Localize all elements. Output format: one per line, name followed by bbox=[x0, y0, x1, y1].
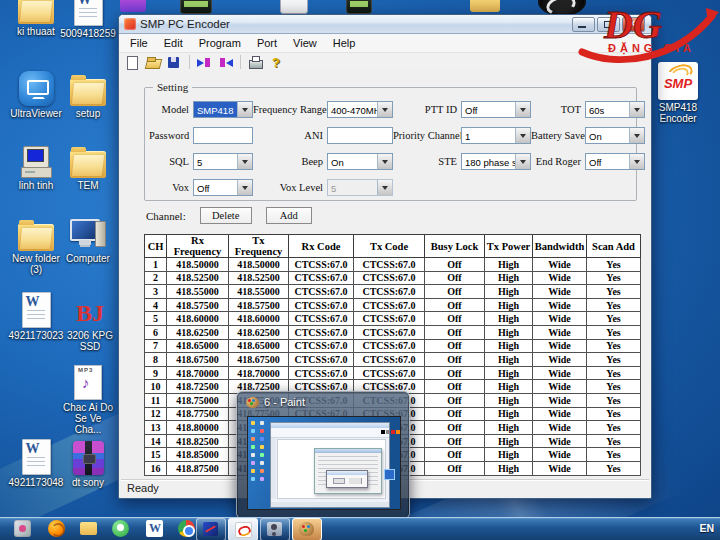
paint-thumbnail[interactable]: 6 - Paint bbox=[236, 391, 410, 519]
channel-row[interactable]: 9418.70000418.70000CTCSS:67.0CTCSS:67.0O… bbox=[145, 366, 641, 380]
col-ch: CH bbox=[145, 235, 167, 258]
chrome-icon[interactable] bbox=[178, 520, 195, 537]
desktop-icon-ki-thuaat[interactable]: ki thuaat bbox=[8, 0, 64, 37]
desktop-icon-dt-sony[interactable]: dt sony bbox=[60, 437, 116, 488]
print-icon[interactable] bbox=[247, 55, 264, 70]
chevron-down-icon[interactable] bbox=[629, 154, 644, 169]
desktop-icon-3206-kpg-ssd[interactable]: BJ3206 KPG SSD bbox=[62, 290, 118, 352]
end-roger-combo[interactable]: Off bbox=[585, 153, 645, 170]
menu-bar: FileEditProgramPortViewHelp bbox=[119, 34, 651, 53]
sql-combo[interactable]: 5 bbox=[193, 153, 253, 170]
model-field: ModelSMP418 bbox=[149, 101, 253, 118]
open-icon[interactable] bbox=[145, 55, 162, 70]
desktop-icon-setup[interactable]: setup bbox=[60, 68, 116, 119]
col-scan-add: Scan Add bbox=[587, 235, 641, 258]
menu-view[interactable]: View bbox=[285, 35, 325, 51]
chevron-down-icon[interactable] bbox=[237, 102, 252, 117]
cell: High bbox=[485, 339, 533, 353]
icon-label: setup bbox=[60, 108, 116, 119]
taskbar-button-app1[interactable] bbox=[196, 518, 226, 540]
col-rx-frequency: Rx Frequency bbox=[167, 235, 229, 258]
desktop-icon-chac-ai-do-se-ve-cha[interactable]: MP3Chac Ai Do Se Ve Cha... bbox=[60, 362, 116, 435]
channel-row[interactable]: 5418.60000418.60000CTCSS:67.0CTCSS:67.0O… bbox=[145, 312, 641, 326]
battery-save-combo[interactable]: On bbox=[585, 127, 645, 144]
menu-edit[interactable]: Edit bbox=[156, 35, 191, 51]
chevron-down-icon[interactable] bbox=[629, 128, 644, 143]
cell: High bbox=[485, 421, 533, 435]
ani-input[interactable] bbox=[327, 127, 393, 144]
chevron-down-icon[interactable] bbox=[515, 128, 530, 143]
tot-combo[interactable]: 60s bbox=[585, 101, 645, 118]
channel-row[interactable]: 3418.55000418.55000CTCSS:67.0CTCSS:67.0O… bbox=[145, 285, 641, 299]
desktop-icon-4921173048[interactable]: W4921173048 bbox=[8, 437, 64, 488]
desktop-icon-tem[interactable]: TEM bbox=[60, 140, 116, 191]
desktop-icon-new-folder-3[interactable]: New folder (3) bbox=[8, 213, 64, 275]
new-icon[interactable] bbox=[124, 55, 141, 70]
col-busy-lock: Busy Lock bbox=[425, 235, 485, 258]
desktop-icon-linh-tinh[interactable]: linh tinh bbox=[8, 140, 64, 191]
model-combo[interactable]: SMP418 bbox=[193, 101, 253, 118]
taskbar-button-smp[interactable] bbox=[228, 518, 258, 540]
desktop-icon-5009418259[interactable]: W5009418259 bbox=[60, 0, 116, 39]
vox-combo[interactable]: Off bbox=[193, 179, 253, 196]
beep-combo[interactable]: On bbox=[327, 153, 393, 170]
media-icon[interactable] bbox=[14, 520, 31, 537]
language-indicator[interactable]: EN bbox=[699, 522, 714, 534]
cell: 418.65000 bbox=[229, 339, 289, 353]
channel-row[interactable]: 2418.52500418.52500CTCSS:67.0CTCSS:67.0O… bbox=[145, 271, 641, 285]
desktop-icon-smp418-encoder[interactable]: SMPSMP418 Encoder bbox=[650, 62, 706, 124]
channel-row[interactable]: 8418.67500418.67500CTCSS:67.0CTCSS:67.0O… bbox=[145, 353, 641, 367]
cell: CTCSS:67.0 bbox=[289, 339, 354, 353]
paint-thumbnail-title: 6 - Paint bbox=[264, 396, 305, 408]
firefox-icon[interactable] bbox=[48, 520, 65, 537]
cell: 418.70000 bbox=[229, 366, 289, 380]
close-button[interactable] bbox=[622, 17, 645, 32]
menu-file[interactable]: File bbox=[122, 35, 156, 51]
add-button[interactable]: Add bbox=[266, 207, 312, 224]
chevron-down-icon[interactable] bbox=[237, 180, 252, 195]
channel-row[interactable]: 7418.65000418.65000CTCSS:67.0CTCSS:67.0O… bbox=[145, 339, 641, 353]
title-bar[interactable]: SMP PC Encoder bbox=[119, 15, 651, 34]
password-input[interactable] bbox=[193, 127, 253, 144]
cell: 10 bbox=[145, 380, 167, 394]
save-icon[interactable] bbox=[166, 55, 183, 70]
cell: 418.80000 bbox=[167, 421, 229, 435]
desktop-icon-4921173023[interactable]: W4921173023 bbox=[8, 290, 64, 341]
menu-help[interactable]: Help bbox=[325, 35, 364, 51]
taskbar-button-paint[interactable] bbox=[292, 518, 322, 540]
maximize-button[interactable] bbox=[597, 17, 620, 32]
channel-row[interactable]: 4418.57500418.57500CTCSS:67.0CTCSS:67.0O… bbox=[145, 298, 641, 312]
cell: 418.72500 bbox=[167, 380, 229, 394]
chevron-down-icon[interactable] bbox=[377, 102, 392, 117]
word-icon[interactable] bbox=[146, 520, 163, 537]
cell: Off bbox=[425, 353, 485, 367]
channel-row[interactable]: 1418.50000418.50000CTCSS:67.0CTCSS:67.0O… bbox=[145, 258, 641, 272]
desktop-icon-computer[interactable]: Computer bbox=[60, 213, 116, 264]
chevron-down-icon[interactable] bbox=[515, 102, 530, 117]
menu-program[interactable]: Program bbox=[191, 35, 249, 51]
ste-value: 180 phase shift bbox=[462, 154, 515, 169]
chevron-down-icon[interactable] bbox=[515, 154, 530, 169]
chevron-down-icon[interactable] bbox=[629, 102, 644, 117]
delete-button[interactable]: Delete bbox=[200, 207, 252, 224]
frequency-range-combo[interactable]: 400-470MHz bbox=[327, 101, 393, 118]
coccoc-icon[interactable] bbox=[112, 520, 129, 537]
desktop-icon-ultraviewer[interactable]: UltraViewer bbox=[8, 68, 64, 119]
chevron-down-icon[interactable] bbox=[237, 154, 252, 169]
write-icon[interactable] bbox=[196, 55, 213, 70]
taskbar-button-tv[interactable] bbox=[260, 518, 290, 540]
menu-port[interactable]: Port bbox=[249, 35, 285, 51]
sql-label: SQL bbox=[149, 156, 193, 167]
read-icon[interactable] bbox=[217, 55, 234, 70]
cell: Yes bbox=[587, 421, 641, 435]
priority-channel-combo[interactable]: 1 bbox=[461, 127, 531, 144]
channel-row[interactable]: 6418.62500418.62500CTCSS:67.0CTCSS:67.0O… bbox=[145, 325, 641, 339]
explorer-icon[interactable] bbox=[80, 522, 97, 535]
setting-row-4: VoxOffVox Level5 bbox=[145, 175, 636, 200]
help-icon[interactable] bbox=[268, 55, 285, 70]
ste-combo[interactable]: 180 phase shift bbox=[461, 153, 531, 170]
chevron-down-icon[interactable] bbox=[377, 154, 392, 169]
minimize-button[interactable] bbox=[572, 17, 595, 32]
window-title: SMP PC Encoder bbox=[140, 18, 230, 30]
ptt-id-combo[interactable]: Off bbox=[461, 101, 531, 118]
